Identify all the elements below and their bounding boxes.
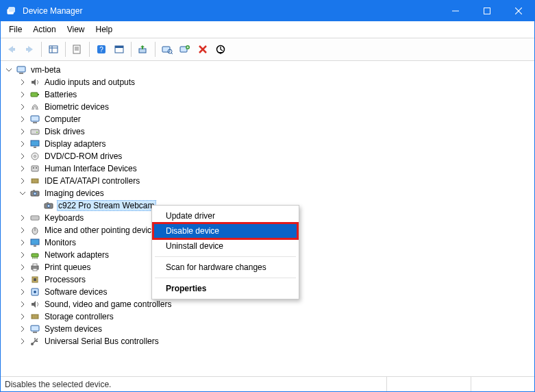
computer-icon xyxy=(29,114,40,125)
toolbar-separator xyxy=(89,42,90,57)
menu-view[interactable]: View xyxy=(62,23,90,36)
menu-action[interactable]: Action xyxy=(27,23,61,36)
expand-toggle[interactable] xyxy=(17,188,28,199)
tree-label: DVD/CD-ROM drives xyxy=(43,151,123,161)
tree-category[interactable]: Computer xyxy=(17,113,534,125)
storage-icon xyxy=(29,311,40,322)
menubar: File Action View Help xyxy=(1,21,534,38)
sound-icon xyxy=(29,299,40,310)
toolbar-view-options[interactable] xyxy=(111,41,127,58)
tree-category[interactable]: Sound, video and game controllers xyxy=(17,298,534,310)
toolbar-properties[interactable] xyxy=(69,41,86,58)
status-text: Disables the selected device. xyxy=(1,377,387,391)
toolbar-help[interactable]: ? xyxy=(93,41,110,58)
expand-toggle[interactable] xyxy=(17,225,28,236)
expand-toggle[interactable] xyxy=(17,237,28,248)
device-tree-pane[interactable]: vm-beta Audio inputs and outputs Batteri… xyxy=(1,61,534,376)
device-manager-window: Device Manager File Action View Help ? xyxy=(0,0,535,392)
tree-label: Network adapters xyxy=(43,250,110,260)
tree-category[interactable]: Disk drives xyxy=(17,125,534,138)
expand-toggle[interactable] xyxy=(17,114,28,125)
expand-toggle[interactable] xyxy=(17,336,28,347)
tree-category[interactable]: IDE ATA/ATAPI controllers xyxy=(17,175,534,187)
close-button[interactable] xyxy=(503,1,534,21)
expand-toggle[interactable] xyxy=(17,101,28,112)
toolbar-add-legacy[interactable] xyxy=(177,41,193,58)
keyboard-icon xyxy=(29,212,40,223)
expand-toggle[interactable] xyxy=(17,274,28,285)
ctx-update-driver[interactable]: Update driver xyxy=(153,208,297,223)
menu-file[interactable]: File xyxy=(3,23,27,36)
tree-category[interactable]: Audio inputs and outputs xyxy=(17,76,534,88)
svg-rect-38 xyxy=(31,140,39,146)
tree-label: Print queues xyxy=(43,262,92,272)
toolbar-update-driver[interactable] xyxy=(135,41,151,58)
expand-toggle[interactable] xyxy=(17,249,28,260)
ctx-disable-device[interactable]: Disable device xyxy=(153,223,297,238)
expand-toggle[interactable] xyxy=(17,323,28,334)
status-bar: Disables the selected device. xyxy=(1,376,534,391)
menu-help[interactable]: Help xyxy=(90,23,119,36)
svg-rect-62 xyxy=(32,254,38,257)
expand-toggle[interactable] xyxy=(17,262,28,273)
expand-toggle[interactable] xyxy=(17,311,28,322)
maximize-button[interactable] xyxy=(471,1,503,21)
expand-toggle[interactable] xyxy=(17,299,28,310)
svg-rect-39 xyxy=(34,147,36,148)
svg-rect-42 xyxy=(32,166,38,171)
toolbar-show-hidden[interactable] xyxy=(45,41,62,58)
svg-rect-31 xyxy=(19,73,23,74)
ctx-uninstall-device[interactable]: Uninstall device xyxy=(153,238,297,254)
ctx-properties[interactable]: Properties xyxy=(153,281,297,296)
svg-rect-35 xyxy=(33,122,37,123)
tree-label: Monitors xyxy=(43,238,77,247)
ide-icon xyxy=(29,175,40,186)
expand-toggle[interactable] xyxy=(17,175,28,186)
toolbar-separator xyxy=(65,42,66,57)
tree-category-imaging[interactable]: Imaging devices xyxy=(17,187,534,199)
display-icon xyxy=(29,138,40,149)
expand-toggle[interactable] xyxy=(17,138,28,149)
tree-label: Display adapters xyxy=(43,139,107,149)
toolbar-disable[interactable] xyxy=(212,41,229,58)
computer-icon xyxy=(16,64,27,75)
expand-toggle[interactable] xyxy=(3,64,14,75)
tree-category[interactable]: Storage controllers xyxy=(17,310,534,323)
tree-label: Keyboards xyxy=(43,213,85,223)
tree-category[interactable]: Biometric devices xyxy=(17,101,534,113)
minimize-button[interactable] xyxy=(440,1,471,21)
svg-rect-80 xyxy=(36,341,38,342)
tree-category[interactable]: System devices xyxy=(17,323,534,335)
svg-rect-6 xyxy=(12,48,15,51)
svg-rect-67 xyxy=(33,264,37,266)
toolbar-uninstall[interactable] xyxy=(195,41,211,58)
tree-category[interactable]: Human Interface Devices xyxy=(17,162,534,175)
svg-rect-18 xyxy=(115,46,123,48)
expand-toggle[interactable] xyxy=(17,77,28,88)
expand-toggle[interactable] xyxy=(17,163,28,174)
tree-category[interactable]: Batteries xyxy=(17,88,534,101)
tree-category[interactable]: Universal Serial Bus controllers xyxy=(17,335,534,347)
svg-rect-78 xyxy=(33,332,37,333)
svg-point-81 xyxy=(34,338,36,339)
svg-rect-68 xyxy=(33,269,37,271)
expand-toggle[interactable] xyxy=(17,126,28,137)
expand-toggle[interactable] xyxy=(17,89,28,100)
system-icon xyxy=(29,323,40,334)
tree-label: Human Interface Devices xyxy=(43,164,138,173)
tree-category[interactable]: Display adapters xyxy=(17,138,534,150)
toolbar-scan-hardware[interactable] xyxy=(159,41,175,58)
expand-toggle[interactable] xyxy=(17,286,28,297)
expand-toggle[interactable] xyxy=(17,151,28,162)
tree-category[interactable]: DVD/CD-ROM drives xyxy=(17,150,534,162)
ctx-scan-hardware[interactable]: Scan for hardware changes xyxy=(153,260,297,275)
svg-rect-43 xyxy=(33,167,34,169)
svg-rect-54 xyxy=(47,202,49,204)
tree-label: Sound, video and game controllers xyxy=(43,299,173,309)
svg-rect-61 xyxy=(34,245,36,247)
expand-toggle[interactable] xyxy=(17,212,28,223)
tree-root[interactable]: vm-beta xyxy=(3,64,534,76)
monitor-icon xyxy=(29,237,40,248)
svg-point-37 xyxy=(36,132,38,133)
svg-rect-7 xyxy=(26,48,29,51)
